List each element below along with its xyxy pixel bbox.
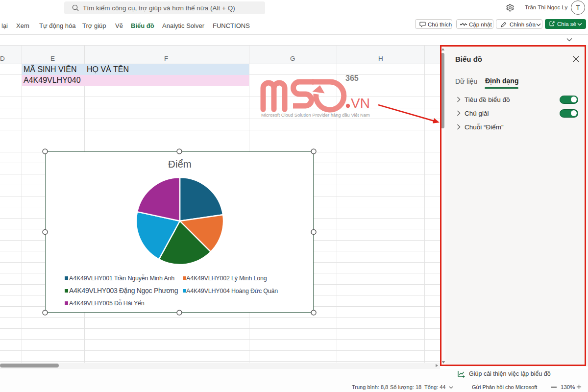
svg-text:Microsoft Cloud Solution Provi: Microsoft Cloud Solution Provider hàng đ… bbox=[261, 112, 370, 118]
svg-text:VN: VN bbox=[351, 96, 370, 111]
